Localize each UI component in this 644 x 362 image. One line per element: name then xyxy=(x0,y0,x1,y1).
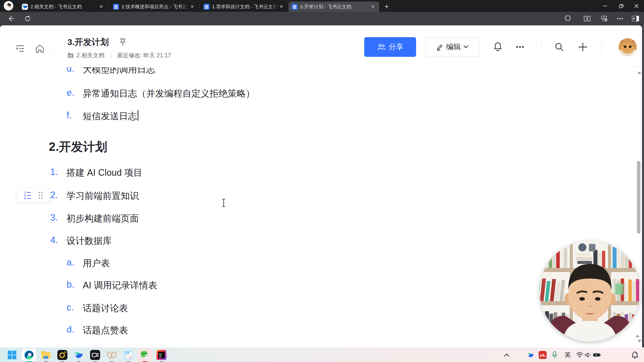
windows-logo-icon xyxy=(7,350,17,360)
window-close-button[interactable] xyxy=(629,0,644,12)
create-new-icon[interactable] xyxy=(577,41,589,53)
numbered-item[interactable]: 3. 初步构建前端页面 xyxy=(50,212,139,225)
refresh-icon[interactable] xyxy=(23,14,32,23)
back-icon[interactable] xyxy=(7,14,16,23)
ime-label: 英 xyxy=(565,351,571,359)
copilot-sidebar-icon[interactable] xyxy=(631,14,640,23)
user-avatar-cat[interactable] xyxy=(619,38,637,56)
split-screen-icon[interactable] xyxy=(583,14,592,23)
tab-close-icon[interactable]: ✕ xyxy=(188,3,196,11)
list-marker: 2. xyxy=(50,190,66,200)
settings-more-icon[interactable] xyxy=(615,14,624,23)
tray-microphone-icon[interactable] xyxy=(550,349,560,361)
scroll-up-arrow[interactable] xyxy=(637,71,641,74)
edit-pencil-icon xyxy=(436,43,444,51)
breadcrumb[interactable]: 2.相关文档 xyxy=(76,52,104,59)
edit-button[interactable]: 编辑 xyxy=(425,37,479,57)
start-button[interactable] xyxy=(5,349,20,361)
numbered-item[interactable]: 2. 学习前端前置知识 xyxy=(50,190,139,203)
more-options-icon[interactable] xyxy=(514,41,526,53)
search-icon[interactable] xyxy=(553,41,565,53)
tab-tech-overview[interactable]: 2.技术概述和项目亮点 - 飞书云文档 ✕ xyxy=(110,2,198,12)
window-restore-button[interactable] xyxy=(614,0,629,12)
scrollbar-thumb[interactable] xyxy=(637,161,640,234)
taskbar-file-explorer[interactable] xyxy=(38,349,53,361)
extensions-icon[interactable] xyxy=(563,14,572,23)
numbered-item[interactable]: 4. 设计数据库 xyxy=(50,235,112,248)
taskbar-butterfly-app[interactable] xyxy=(104,349,119,361)
tab-close-icon[interactable]: ✕ xyxy=(369,3,377,11)
taskbar-recorder-app[interactable] xyxy=(55,349,70,361)
scroll-down-arrow[interactable] xyxy=(635,335,639,337)
header-separator xyxy=(601,40,601,54)
tray-battery-icon[interactable] xyxy=(592,349,602,361)
tab-label: 2.技术概述和项目亮点 - 飞书云文档 xyxy=(122,4,188,10)
share-button[interactable]: 分享 xyxy=(364,37,416,57)
screen: 2.相关文档 - 飞书云文档 ✕ 2.技术概述和项目亮点 - 飞书云文档 ✕ 1… xyxy=(0,0,644,362)
cat-photo xyxy=(619,38,637,56)
list-text[interactable]: 设计数据库 xyxy=(66,235,112,247)
taskbar-intellij-idea[interactable]: IJ xyxy=(154,349,169,361)
list-item[interactable]: e. 异常通知日志（并发编程自定义拒绝策略） xyxy=(67,87,255,101)
sub-list-item[interactable]: a. 用户表 xyxy=(67,257,110,270)
list-text[interactable]: 话题讨论表 xyxy=(83,302,128,314)
tray-youdao-icon[interactable]: yd xyxy=(537,349,548,361)
list-text[interactable]: 用户表 xyxy=(83,257,110,269)
taskbar-bilibili-live[interactable]: LIVE xyxy=(121,349,136,361)
hammer-icon xyxy=(4,1,13,11)
sidebar-expand-icon[interactable] xyxy=(15,43,26,54)
list-item[interactable]: d. 大模型的调用日志 xyxy=(67,67,155,76)
feishu-icon xyxy=(73,350,84,360)
list-text[interactable]: 大模型的调用日志 xyxy=(83,67,155,76)
list-text[interactable]: 异常通知日志（并发编程自定义拒绝策略） xyxy=(83,87,255,100)
window-minimize-button[interactable] xyxy=(597,0,613,12)
window-right-gutter xyxy=(642,25,644,347)
video-camera-icon xyxy=(90,350,100,360)
tab-close-icon[interactable]: ✕ xyxy=(97,3,105,11)
tray-feishu-icon[interactable] xyxy=(525,349,536,361)
sub-list-item[interactable]: b. AI 调用记录详情表 xyxy=(67,279,157,292)
tab-label: 3.开发计划 - 飞书云文档 xyxy=(300,4,369,10)
ordered-list-type-icon[interactable]: 1 2 3 xyxy=(24,191,31,200)
section-heading[interactable]: 2.开发计划 xyxy=(49,139,107,155)
drag-handle-icon[interactable] xyxy=(38,192,43,199)
list-text[interactable]: 短信发送日志 xyxy=(83,110,137,122)
taskbar-feishu[interactable] xyxy=(71,349,86,361)
tab-label: 1.需求和设计文档 - 飞书云文档 xyxy=(212,4,277,10)
new-tab-button[interactable]: + xyxy=(382,2,392,11)
doc-favicon xyxy=(292,4,298,10)
home-icon[interactable] xyxy=(34,43,45,54)
sub-list-item[interactable]: c. 话题讨论表 xyxy=(67,302,128,315)
taskbar-meeting-app[interactable] xyxy=(88,349,103,361)
file-explorer-icon xyxy=(41,350,51,359)
tab-related-docs[interactable]: 2.相关文档 - 飞书云文档 ✕ xyxy=(19,2,107,12)
list-marker: e. xyxy=(67,87,83,98)
numbered-item[interactable]: 1. 搭建 AI Cloud 项目 xyxy=(50,167,142,180)
list-item[interactable]: f. 短信发送日志 xyxy=(67,110,138,123)
pin-icon[interactable] xyxy=(118,37,127,47)
taskbar: LIVE IJ yd 英 xyxy=(0,347,644,362)
browser-workspace-hammer-icon[interactable] xyxy=(4,1,13,11)
tab-requirements-design[interactable]: 1.需求和设计文档 - 飞书云文档 ✕ xyxy=(200,2,288,12)
tab-close-icon[interactable]: ✕ xyxy=(277,3,285,11)
browser-essentials-icon[interactable] xyxy=(600,14,609,23)
scroll-down-arrow[interactable] xyxy=(637,340,641,342)
webcam-overlay[interactable] xyxy=(540,241,640,341)
edge-icon xyxy=(24,350,34,360)
list-text[interactable]: 话题点赞表 xyxy=(83,324,128,337)
list-text[interactable]: 初步构建前端页面 xyxy=(66,212,139,225)
tray-ime-indicator[interactable]: 英 xyxy=(562,349,573,361)
bilibili-live-icon: LIVE xyxy=(123,350,133,360)
tray-notification-bell-icon[interactable]: z xyxy=(629,349,640,361)
list-text[interactable]: AI 调用记录详情表 xyxy=(83,279,157,292)
taskbar-wechat[interactable] xyxy=(137,349,152,361)
notifications-bell-icon[interactable] xyxy=(492,41,504,53)
tab-dev-plan-active[interactable]: 3.开发计划 - 飞书云文档 ✕ xyxy=(289,2,379,12)
taskbar-edge-active[interactable] xyxy=(21,349,36,361)
list-text[interactable]: 搭建 AI Cloud 项目 xyxy=(66,167,142,179)
sub-list-item[interactable]: d. 话题点赞表 xyxy=(67,324,128,337)
tray-show-hidden-icons[interactable] xyxy=(502,349,512,361)
list-text[interactable]: 学习前端前置知识 xyxy=(66,190,139,202)
tab-label: 2.相关文档 - 飞书云文档 xyxy=(30,4,97,10)
header-separator xyxy=(53,40,54,57)
